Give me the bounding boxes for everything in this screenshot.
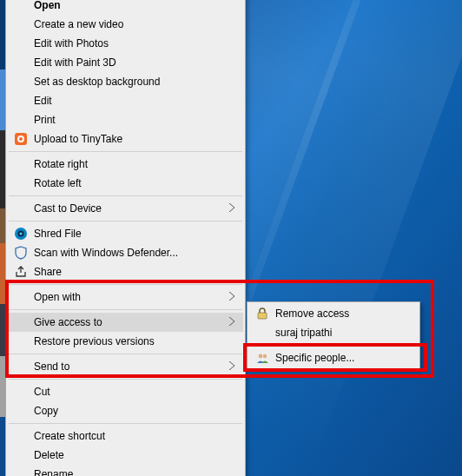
menu-label: Give access to [34,316,219,328]
menu-restore-previous[interactable]: Restore previous versions [8,332,243,351]
menu-send-to[interactable]: Send to [8,357,243,376]
people-icon [255,351,269,365]
chevron-right-icon [229,317,234,326]
menu-label: Rotate left [34,177,219,189]
menu-label: Send to [34,360,219,373]
share-icon [14,265,28,279]
menu-copy[interactable]: Copy [8,401,243,420]
chevron-right-icon [229,292,234,301]
separator [9,423,242,424]
svg-point-7 [259,354,263,359]
chevron-right-icon [229,361,234,370]
menu-label: Edit [34,95,219,107]
separator [9,379,242,380]
separator [9,151,242,152]
menu-label: Rename [34,468,219,476]
menu-label: Rotate right [34,158,219,170]
menu-set-background[interactable]: Set as desktop background [8,72,243,91]
menu-label: Open [34,0,219,11]
svg-point-8 [263,354,267,358]
menu-delete[interactable]: Delete [8,446,243,465]
menu-edit[interactable]: Edit [8,91,243,110]
separator [9,284,242,285]
menu-shred[interactable]: Shred File [8,224,243,243]
menu-open-with[interactable]: Open with [8,288,243,307]
submenu-label: suraj tripathi [275,327,409,339]
give-access-submenu: Remove access suraj tripathi Specific pe… [247,301,420,370]
menu-label: Create shortcut [34,430,219,442]
lock-icon [255,307,269,321]
menu-label: Edit with Paint 3D [34,56,219,69]
menu-rotate-right[interactable]: Rotate right [8,155,243,174]
menu-cast[interactable]: Cast to Device [8,199,243,218]
menu-label: Delete [34,449,219,461]
separator [9,195,242,196]
menu-share[interactable]: Share [8,262,243,281]
menu-label: Upload to TinyTake [34,133,219,145]
menu-edit-photos[interactable]: Edit with Photos [8,34,243,53]
chevron-right-icon [229,203,234,212]
menu-label: Open with [34,291,219,303]
menu-label: Cut [34,386,219,398]
submenu-user[interactable]: suraj tripathi [249,323,418,342]
menu-give-access[interactable]: Give access to [8,313,243,332]
menu-label: Cast to Device [34,202,219,215]
menu-label: Print [34,114,219,126]
svg-rect-6 [258,313,267,319]
menu-label: Restore previous versions [34,335,219,347]
menu-edit-paint3d[interactable]: Edit with Paint 3D [8,53,243,72]
menu-print[interactable]: Print [8,110,243,129]
svg-point-2 [19,137,23,141]
menu-open[interactable]: Open [8,0,243,15]
shred-icon [14,227,28,241]
menu-rotate-left[interactable]: Rotate left [8,174,243,193]
menu-create-video[interactable]: Create a new video [8,15,243,34]
menu-create-shortcut[interactable]: Create shortcut [8,426,243,446]
menu-rename[interactable]: Rename [8,465,243,476]
menu-label: Scan with Windows Defender... [34,247,219,259]
menu-cut[interactable]: Cut [8,382,243,401]
separator [9,309,242,310]
menu-label: Edit with Photos [34,37,219,50]
menu-label: Share [34,266,219,278]
defender-icon [14,246,28,260]
svg-point-5 [20,233,23,235]
tinytake-icon [14,132,28,146]
submenu-remove-access[interactable]: Remove access [249,304,418,323]
context-menu: Open Create a new video Edit with Photos… [5,0,246,476]
menu-upload-tinytake[interactable]: Upload to TinyTake [8,129,243,149]
submenu-specific-people[interactable]: Specific people... [249,348,418,367]
separator [250,345,417,346]
separator [9,354,242,354]
submenu-label: Remove access [275,307,409,320]
separator [9,221,242,221]
menu-defender[interactable]: Scan with Windows Defender... [8,243,243,262]
menu-label: Shred File [34,228,219,240]
menu-label: Set as desktop background [34,76,219,88]
menu-label: Create a new video [34,18,219,30]
menu-label: Copy [34,405,219,417]
submenu-label: Specific people... [275,352,409,364]
